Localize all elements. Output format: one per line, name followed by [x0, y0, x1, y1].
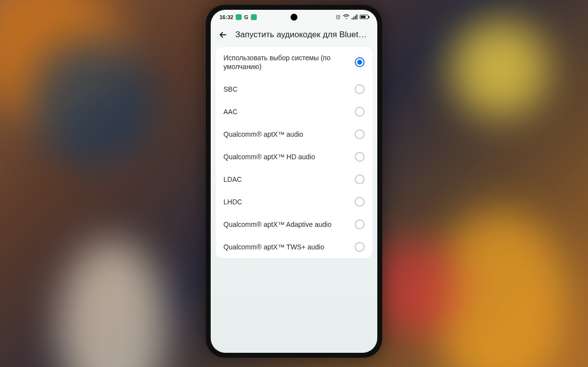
screen: 16:32 G Запустить	[211, 10, 377, 353]
option-label: Использовать выбор системы (по умолчанию…	[223, 53, 355, 72]
camera-notch	[291, 14, 297, 21]
wifi-icon	[343, 14, 349, 20]
radio-icon	[355, 84, 365, 94]
option-aptx[interactable]: Qualcomm® aptX™ audio	[216, 123, 372, 146]
status-time: 16:32	[220, 14, 233, 20]
back-button[interactable]	[218, 29, 228, 40]
radio-icon	[355, 57, 365, 67]
radio-icon	[355, 152, 365, 162]
battery-icon	[360, 15, 368, 19]
alarm-icon	[335, 14, 341, 20]
status-square-1	[236, 14, 242, 20]
status-letter-g: G	[244, 14, 248, 20]
option-label: Qualcomm® aptX™ Adaptive audio	[223, 220, 336, 229]
option-aptx-tws[interactable]: Qualcomm® aptX™ TWS+ audio	[216, 236, 372, 258]
option-label: AAC	[223, 107, 243, 117]
signal-icon	[351, 14, 358, 20]
option-sbc[interactable]: SBC	[216, 78, 372, 100]
radio-icon	[355, 107, 365, 117]
option-label: LDAC	[223, 175, 246, 184]
option-label: SBC	[223, 85, 243, 94]
radio-icon	[355, 197, 365, 207]
radio-icon	[355, 129, 365, 139]
option-label: Qualcomm® aptX™ audio	[223, 130, 308, 139]
radio-icon	[355, 220, 365, 229]
codec-options-card: Использовать выбор системы (по умолчанию…	[216, 47, 372, 259]
radio-icon	[355, 242, 365, 252]
option-label: Qualcomm® aptX™ HD audio	[223, 152, 320, 162]
phone-frame: 16:32 G Запустить	[206, 5, 382, 358]
app-bar: Запустить аудиокодек для Blueto…	[211, 24, 377, 47]
page-title: Запустить аудиокодек для Blueto…	[235, 30, 370, 40]
radio-icon	[355, 174, 365, 184]
option-lhdc[interactable]: LHDC	[216, 191, 372, 213]
option-aptx-hd[interactable]: Qualcomm® aptX™ HD audio	[216, 146, 372, 168]
option-system-default[interactable]: Использовать выбор системы (по умолчанию…	[216, 47, 372, 78]
status-square-2	[251, 14, 257, 20]
option-label: LHDC	[223, 197, 247, 207]
option-label: Qualcomm® aptX™ TWS+ audio	[223, 243, 329, 252]
option-aptx-adaptive[interactable]: Qualcomm® aptX™ Adaptive audio	[216, 213, 372, 236]
option-aac[interactable]: AAC	[216, 100, 372, 123]
option-ldac[interactable]: LDAC	[216, 168, 372, 191]
